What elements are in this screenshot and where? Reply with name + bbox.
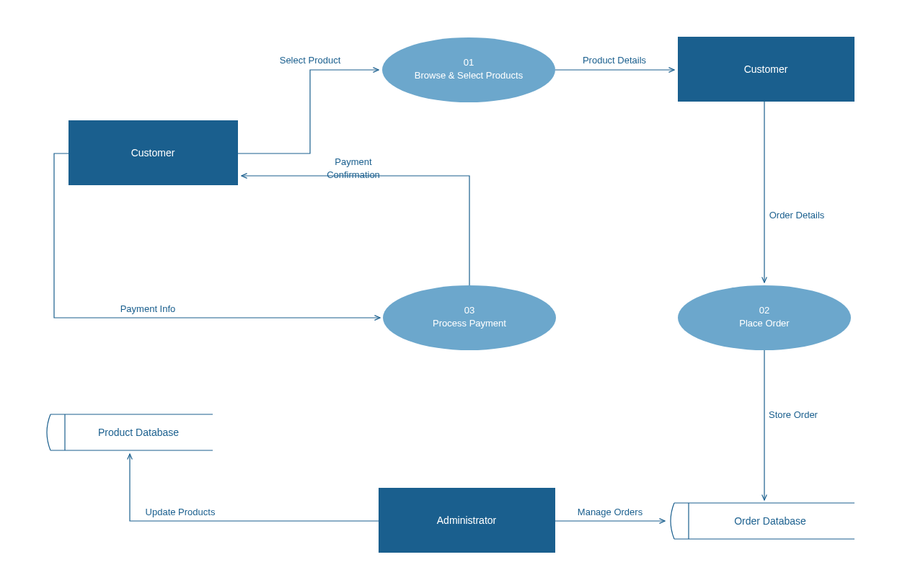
process-place-order: 02 Place Order — [678, 285, 851, 350]
flow-update-products-label: Update Products — [146, 507, 216, 517]
process-process-payment: 03 Process Payment — [383, 285, 556, 350]
entity-customer-right-label: Customer — [744, 63, 788, 75]
flow-update-products: Update Products — [130, 454, 379, 521]
dfd-diagram: Customer Customer Administrator 01 Brows… — [0, 0, 923, 588]
flow-order-details-label: Order Details — [769, 210, 825, 220]
flow-payment-confirmation: Payment Confirmation — [242, 156, 469, 285]
flow-product-details-label: Product Details — [583, 55, 647, 66]
flow-payment-confirmation-label-1: Payment — [335, 156, 372, 167]
entity-customer-left-label: Customer — [131, 147, 175, 159]
process-03-num: 03 — [464, 305, 474, 316]
flow-manage-orders: Manage Orders — [555, 507, 665, 521]
flow-payment-info-label: Payment Info — [120, 303, 176, 314]
process-01-num: 01 — [464, 57, 474, 68]
process-01-name: Browse & Select Products — [415, 70, 524, 81]
entity-customer-left: Customer — [69, 120, 238, 185]
flow-store-order: Store Order — [764, 350, 818, 500]
datastore-product-db-label: Product Database — [98, 427, 179, 438]
flow-manage-orders-label: Manage Orders — [578, 507, 643, 517]
entity-customer-right: Customer — [678, 37, 854, 102]
datastore-order-db-label: Order Database — [734, 515, 806, 527]
flow-payment-confirmation-label-2: Confirmation — [327, 169, 380, 180]
flow-select-product-label: Select Product — [280, 55, 341, 66]
flow-store-order-label: Store Order — [769, 409, 818, 420]
flow-order-details: Order Details — [764, 102, 825, 282]
flow-product-details: Product Details — [555, 55, 674, 70]
entity-administrator-label: Administrator — [437, 514, 497, 526]
flow-select-product: Select Product — [238, 55, 379, 153]
process-02-num: 02 — [759, 305, 769, 316]
process-browse-select: 01 Browse & Select Products — [382, 37, 555, 102]
entity-administrator: Administrator — [379, 488, 555, 553]
process-03-name: Process Payment — [433, 318, 506, 329]
datastore-order-db: Order Database — [671, 503, 854, 539]
process-02-name: Place Order — [739, 318, 790, 329]
datastore-product-db: Product Database — [47, 414, 213, 450]
